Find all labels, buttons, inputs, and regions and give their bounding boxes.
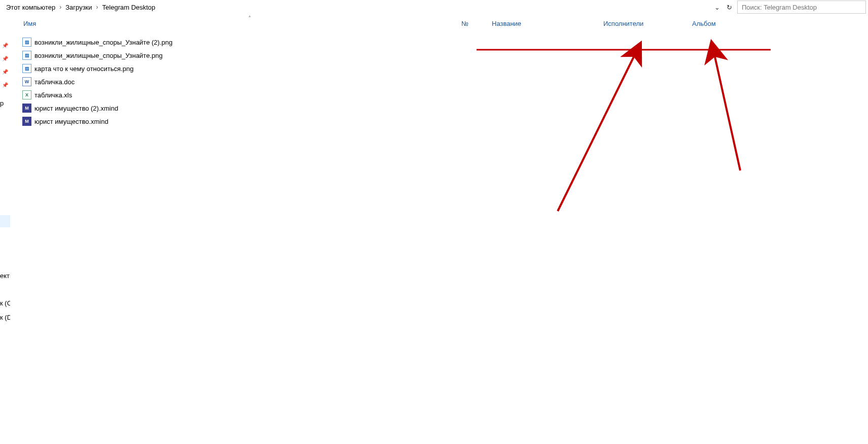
column-header-artists[interactable]: Исполнители <box>598 14 687 32</box>
xmind-file-icon: M <box>22 104 31 113</box>
pin-icon: 📌 <box>2 82 8 88</box>
column-header-album[interactable]: Альбом <box>687 14 768 32</box>
column-header-title[interactable]: Название <box>487 14 598 32</box>
xmind-file-icon: M <box>22 117 31 126</box>
nav-fragment: к (D <box>0 314 10 321</box>
file-name: юрист имущество.xmind <box>34 118 108 125</box>
refresh-button[interactable]: ↻ <box>723 1 735 13</box>
file-row[interactable]: M юрист имущество (2).xmind <box>22 101 172 115</box>
image-file-icon: ▨ <box>22 64 31 73</box>
image-file-icon: ▨ <box>22 51 31 60</box>
excel-file-icon: X <box>22 90 31 99</box>
file-list: ▨ возникли_жилищные_споры_Узнайте (2).pn… <box>22 36 172 128</box>
column-header-name[interactable]: Имя <box>10 14 456 32</box>
search-field[interactable] <box>737 1 866 14</box>
file-name: возникли_жилищные_споры_Узнайте.png <box>34 52 163 59</box>
breadcrumb-item-2[interactable]: Telegram Desktop <box>100 4 158 11</box>
file-name: табличка.xls <box>34 91 72 99</box>
file-row[interactable]: W табличка.doc <box>22 75 172 88</box>
file-row[interactable]: X табличка.xls <box>22 88 172 101</box>
file-row[interactable]: ▨ возникли_жилищные_споры_Узнайте (2).pn… <box>22 36 172 49</box>
nav-fragment: екті <box>0 272 10 280</box>
file-list-pane: ˄ Имя № Название Исполнители Альбом ▨ во… <box>10 14 868 444</box>
chevron-right-icon: › <box>57 4 63 11</box>
word-file-icon: W <box>22 77 31 86</box>
address-bar: Этот компьютер › Загрузки › Telegram Des… <box>0 0 868 14</box>
image-file-icon: ▨ <box>22 38 31 47</box>
annotation-arrow <box>558 57 634 211</box>
file-row[interactable]: ▨ карта что к чему относиться.png <box>22 62 172 75</box>
column-header-number[interactable]: № <box>456 14 487 32</box>
nav-fragment: к (С <box>0 299 10 307</box>
address-controls: ⌄ ↻ <box>711 0 868 14</box>
nav-pane-cropped: 📌 📌 📌 📌 р екті к (С к (D <box>0 14 10 444</box>
file-name: карта что к чему относиться.png <box>34 65 133 73</box>
file-row[interactable]: M юрист имущество.xmind <box>22 115 172 128</box>
file-name: табличка.doc <box>34 78 75 86</box>
file-name: возникли_жилищные_споры_Узнайте (2).png <box>34 39 172 46</box>
address-dropdown-button[interactable]: ⌄ <box>711 1 723 13</box>
chevron-right-icon: › <box>94 4 100 11</box>
file-row[interactable]: ▨ возникли_жилищные_споры_Узнайте.png <box>22 49 172 62</box>
file-name: юрист имущество (2).xmind <box>34 105 118 112</box>
pin-icon: 📌 <box>2 43 8 48</box>
search-input[interactable] <box>741 3 862 12</box>
breadcrumb-item-1[interactable]: Загрузки <box>63 4 94 11</box>
breadcrumb-item-0[interactable]: Этот компьютер <box>4 4 57 11</box>
breadcrumb[interactable]: Этот компьютер › Загрузки › Telegram Des… <box>0 0 711 14</box>
pin-icon: 📌 <box>2 56 8 61</box>
pin-icon: 📌 <box>2 69 8 75</box>
annotation-arrow <box>715 57 740 170</box>
sort-indicator-icon: ˄ <box>248 15 251 21</box>
chevron-down-icon: ⌄ <box>714 4 720 11</box>
nav-fragment: р <box>0 99 4 107</box>
refresh-icon: ↻ <box>727 4 732 11</box>
column-headers: ˄ Имя № Название Исполнители Альбом <box>10 14 868 32</box>
nav-selection-highlight <box>0 215 10 227</box>
